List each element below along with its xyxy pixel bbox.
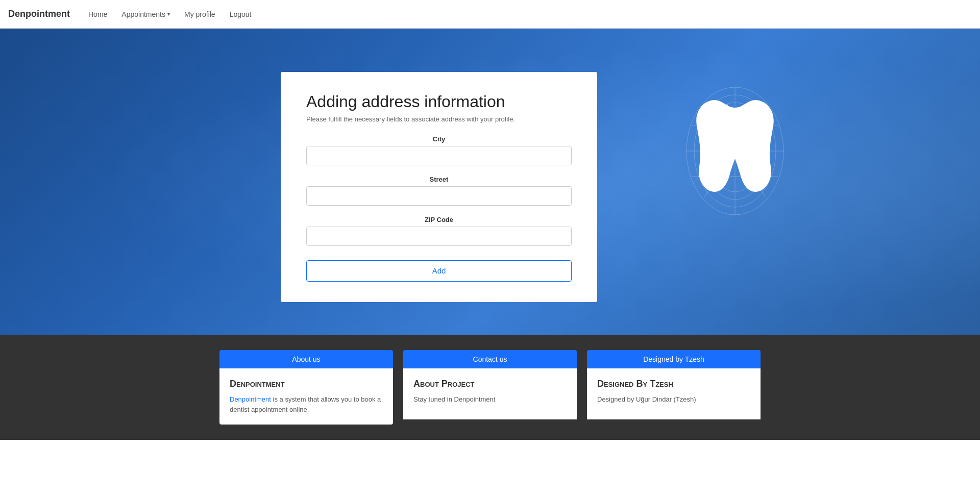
footer-card-contact-text: Stay tuned in Denpointment — [413, 394, 567, 405]
tooth-illustration — [684, 85, 847, 279]
form-subtitle: Please fulfill the necessary fields to a… — [306, 115, 572, 123]
tooth-svg — [684, 85, 786, 217]
footer-card-about-header: About us — [219, 350, 393, 368]
nav-item-myprofile: My profile — [178, 10, 222, 19]
street-form-group: Street — [306, 176, 572, 206]
street-input[interactable] — [306, 186, 572, 206]
footer-card-about-body: Denpointment Denpointment is a system th… — [219, 368, 393, 425]
footer-card-designer-title: Designed by Tzesh — [597, 379, 750, 389]
footer-card-contact-header: Contact us — [403, 350, 577, 368]
zipcode-input[interactable] — [306, 227, 572, 246]
navbar-brand[interactable]: Denpointment — [8, 9, 70, 19]
footer-card-designer-header: Designed by Tzesh — [587, 350, 761, 368]
footer-card-about-title: Denpointment — [230, 379, 383, 389]
city-label: City — [306, 135, 572, 143]
footer-card-designer-text: Designed by Uğur Dindar (Tzesh) — [597, 394, 750, 405]
footer-card-about: About us Denpointment Denpointment is a … — [219, 350, 393, 425]
city-input[interactable] — [306, 146, 572, 165]
appointments-link[interactable]: Appointments ▾ — [115, 6, 176, 22]
footer-card-designer: Designed by Tzesh Designed by Tzesh Desi… — [587, 350, 761, 425]
nav-item-appointments: Appointments ▾ — [115, 6, 176, 22]
footer-card-contact-title: About project — [413, 379, 567, 389]
chevron-down-icon: ▾ — [167, 11, 170, 17]
zipcode-form-group: ZIP Code — [306, 216, 572, 246]
add-button[interactable]: Add — [306, 260, 572, 282]
nav-item-home: Home — [82, 10, 113, 19]
hero-section: Adding address information Please fulfil… — [0, 29, 980, 335]
footer-card-designer-body: Designed by Tzesh Designed by Uğur Dinda… — [587, 368, 761, 419]
footer-denpointment-link[interactable]: Denpointment — [230, 395, 271, 403]
footer: About us Denpointment Denpointment is a … — [0, 335, 980, 440]
form-title: Adding address information — [306, 92, 572, 111]
city-form-group: City — [306, 135, 572, 165]
nav-item-logout: Logout — [224, 10, 258, 19]
my-profile-link[interactable]: My profile — [178, 6, 222, 22]
navbar: Denpointment Home Appointments ▾ My prof… — [0, 0, 980, 29]
footer-card-contact: Contact us About project Stay tuned in D… — [403, 350, 577, 425]
street-label: Street — [306, 176, 572, 183]
navbar-nav: Home Appointments ▾ My profile Logout — [82, 6, 257, 22]
svg-point-10 — [720, 108, 724, 112]
zipcode-label: ZIP Code — [306, 216, 572, 223]
footer-card-about-text: Denpointment is a system that allows you… — [230, 394, 383, 414]
logout-link[interactable]: Logout — [224, 6, 258, 22]
address-form-card: Adding address information Please fulfil… — [281, 72, 597, 302]
home-link[interactable]: Home — [82, 6, 113, 22]
footer-card-contact-body: About project Stay tuned in Denpointment — [403, 368, 577, 419]
